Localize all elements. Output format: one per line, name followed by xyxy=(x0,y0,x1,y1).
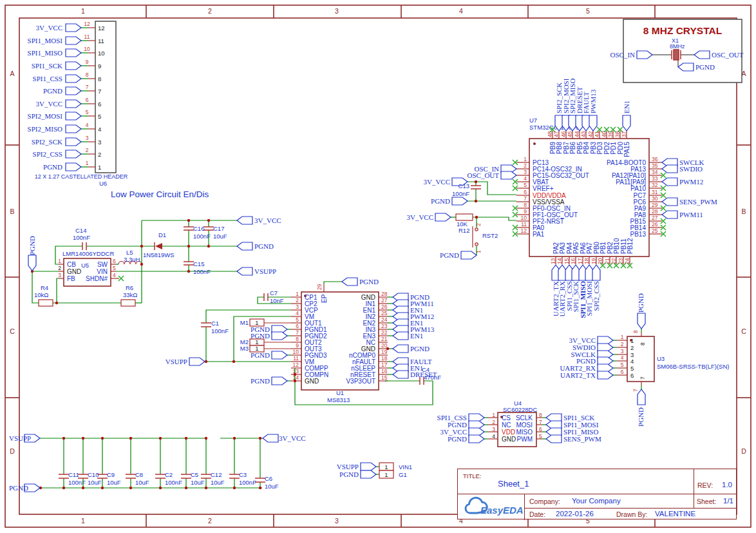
pin-number: 32 xyxy=(652,182,658,188)
designator: R12 xyxy=(458,227,469,234)
junction-dot xyxy=(101,487,104,489)
net-label: SPI1_MISO xyxy=(28,49,62,57)
frame-row-label: C xyxy=(10,327,15,335)
tb-title[interactable]: Sheet_1 xyxy=(498,479,529,489)
junction-dot xyxy=(294,380,296,382)
net-label: OSC_OUT xyxy=(467,171,499,179)
pin-number: 4 xyxy=(113,272,116,278)
net-label: PWM12 xyxy=(679,178,703,186)
pin-number: 1 xyxy=(255,319,258,326)
net-label: OSC_OUT xyxy=(712,51,744,59)
pin-name: PB6 xyxy=(569,142,576,154)
frame-row-label: C xyxy=(741,327,746,335)
designator: U5 xyxy=(81,262,89,269)
pin-number: 2 xyxy=(86,147,89,153)
junction-dot xyxy=(232,360,235,363)
pin-number: 9 xyxy=(98,63,101,70)
net-label: PGND xyxy=(448,435,467,443)
designator: C7 xyxy=(270,289,278,296)
resistor-r6[interactable] xyxy=(121,300,135,306)
resistor-r12[interactable] xyxy=(456,214,473,220)
pin-number: 20 xyxy=(381,342,388,349)
pin-number: 11 xyxy=(521,221,527,228)
value: 1N5819WS xyxy=(143,251,175,258)
value: 10uF xyxy=(107,479,121,486)
pin-number: 4 xyxy=(86,122,89,128)
junction-dot xyxy=(82,487,84,489)
net-label: PWM11 xyxy=(679,211,703,218)
value: 100nF xyxy=(211,327,229,334)
designator: R6 xyxy=(126,284,133,291)
pin-number: 19 xyxy=(591,258,597,264)
designator: C8 xyxy=(135,471,143,478)
designator: C16 xyxy=(193,225,204,232)
pin-number: 1 xyxy=(384,471,388,478)
net-label: PGND xyxy=(250,332,270,340)
logo-text: EasyEDA xyxy=(480,505,524,516)
junction-dot xyxy=(475,200,477,202)
designator: U1 xyxy=(336,389,344,396)
tb-drawn[interactable]: VALENTINE xyxy=(655,510,695,518)
pin-number: 1 xyxy=(475,250,482,253)
net-label: 3V_VCC xyxy=(406,213,433,221)
crystal-title: 8 MHZ CRYSTAL xyxy=(643,25,722,36)
value: 10uF xyxy=(265,483,279,490)
net-label: SPI2_MISO xyxy=(28,125,62,133)
pin-number: 28 xyxy=(381,291,388,297)
value: 8MHz xyxy=(670,43,685,50)
pin-number: 10 xyxy=(84,46,90,52)
pin-number: 27 xyxy=(381,297,388,304)
designator: C17 xyxy=(213,225,224,232)
designator: C9 xyxy=(107,471,115,478)
pin-number: 5 xyxy=(86,109,89,115)
pin-number: 5 xyxy=(524,182,527,188)
tb-sheet[interactable]: 1/1 xyxy=(723,497,733,505)
net-label: PGND xyxy=(431,197,450,205)
pin-number: 8 xyxy=(632,330,639,333)
pin-number: 48 xyxy=(547,131,553,137)
pin-number: 2 xyxy=(492,419,495,425)
pin-name: MOSI xyxy=(516,422,533,429)
net-label: 3V_VCC xyxy=(35,24,62,32)
pin-number: 16 xyxy=(381,368,388,374)
frame-col-label: 3 xyxy=(335,7,339,15)
pin-name: PA1 xyxy=(533,231,545,238)
designator: C11 xyxy=(68,471,79,478)
pin-number: 18 xyxy=(583,258,590,264)
pin-name: SHDN# xyxy=(86,275,108,282)
part-number: MS8313 xyxy=(327,396,350,403)
tb-date[interactable]: 2022-01-26 xyxy=(556,510,594,518)
pin-number: 22 xyxy=(381,329,388,336)
designator: C12 xyxy=(211,471,222,478)
pin-number: 1 xyxy=(621,334,624,340)
junction-dot xyxy=(294,373,296,376)
crystal-body[interactable] xyxy=(674,50,679,60)
pin-number: 12 xyxy=(98,24,105,32)
tb-company[interactable]: Your Company xyxy=(572,497,621,505)
pin-number: 1 xyxy=(384,463,388,470)
pin1-marker xyxy=(533,142,536,145)
pin-number: 23 xyxy=(381,323,388,329)
value: 10uF xyxy=(135,479,149,486)
pin-name: SW xyxy=(97,261,108,268)
pin-name: PA10 xyxy=(630,185,646,192)
pin-number: 11 xyxy=(84,34,90,40)
annotation-low-power: Low Power Circuit En/Dis xyxy=(111,189,209,199)
pin-name: PA7 xyxy=(586,242,593,254)
pin-number: 1 xyxy=(86,160,89,166)
pin-number: 41 xyxy=(594,131,600,137)
pin-number: 19 xyxy=(381,349,388,355)
pin-number: 11 xyxy=(293,355,299,362)
junction-dot xyxy=(159,437,162,440)
resistor-r4[interactable] xyxy=(39,300,53,306)
title-block[interactable]: TITLE: Sheet_1 REV: 1.0 Company: Your Co… xyxy=(457,469,737,519)
designator: M1 xyxy=(240,319,249,326)
pin-number: 15 xyxy=(381,374,388,381)
designator: D1 xyxy=(158,231,166,238)
value: 100nF xyxy=(193,233,211,240)
net-label: PGND xyxy=(9,484,28,492)
junction-dot xyxy=(207,245,210,247)
junction-dot xyxy=(140,245,143,247)
pin-number: 4 xyxy=(296,310,299,316)
tb-rev[interactable]: 1.0 xyxy=(722,481,732,489)
